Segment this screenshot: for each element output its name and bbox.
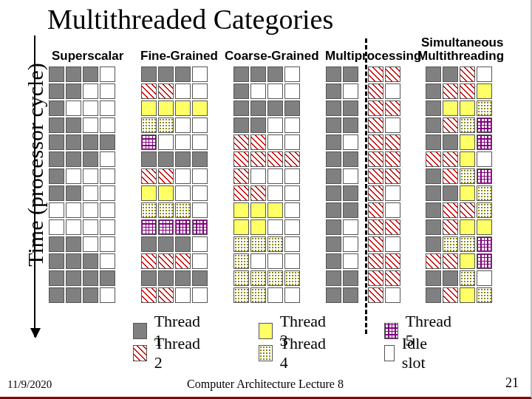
cell [460,185,475,201]
cell [233,134,249,150]
cell [66,185,81,201]
cell [477,117,492,133]
cell [385,236,400,252]
cell [326,287,341,303]
cell [141,151,157,167]
cell [426,100,441,116]
cell [141,168,157,184]
cell [426,134,441,150]
cell [460,236,475,252]
cell [250,83,266,99]
cell [192,168,208,184]
cell [250,117,266,133]
cell [426,117,441,133]
cell [66,66,81,82]
cell [460,117,475,133]
cell [175,287,191,303]
grid-fine [141,66,208,303]
cell [477,185,492,201]
cell [175,185,191,201]
cell [443,202,458,218]
cell [83,151,98,167]
cell [267,185,283,201]
slide: Time (processor cycle) Multithreaded Cat… [0,0,532,399]
cell [343,151,358,167]
cell [477,151,492,167]
cell [158,117,174,133]
cell [343,253,358,269]
cell [83,66,98,82]
cell [368,134,383,150]
cell [443,253,458,269]
cell [175,151,191,167]
cell [141,66,157,82]
legend-thread-4: Thread 4 [259,334,328,372]
cell [368,236,383,252]
cell [100,134,115,150]
cell [192,236,208,252]
cell [368,287,383,303]
cell [49,168,64,184]
cell [426,66,441,82]
cell [175,168,191,184]
cell [83,134,98,150]
cell [284,117,300,133]
cell [460,219,475,235]
cell [284,66,300,82]
cell [141,236,157,252]
cell [158,151,174,167]
col-superscalar: Superscalar [52,49,123,64]
cell [66,253,81,269]
cell [49,83,64,99]
cell [49,202,64,218]
cell [175,100,191,116]
cell [443,100,458,116]
cell [66,151,81,167]
cell [460,168,475,184]
cell [100,202,115,218]
cell [66,83,81,99]
cell [100,117,115,133]
cell [385,83,400,99]
cell [368,168,383,184]
cell [250,253,266,269]
cell [175,117,191,133]
cell [175,219,191,235]
cell [66,236,81,252]
cell [426,253,441,269]
cell [66,134,81,150]
cell [443,117,458,133]
cell [175,134,191,150]
cell [192,100,208,116]
cell [83,287,98,303]
legend-idle: Idle slot [384,334,433,372]
cell [175,66,191,82]
cell [460,134,475,150]
cell [66,100,81,116]
cell [460,253,475,269]
cell [100,253,115,269]
cell [158,134,174,150]
cell [100,270,115,286]
cell [477,236,492,252]
cell [233,83,249,99]
cell [426,202,441,218]
cell [267,287,283,303]
cell [66,287,81,303]
cell [141,185,157,201]
cell [175,202,191,218]
cell [267,83,283,99]
cell [192,219,208,235]
cell [443,134,458,150]
cell [460,66,475,82]
cell [326,100,341,116]
cell [284,83,300,99]
cell [343,236,358,252]
cell [385,117,400,133]
cell [326,134,341,150]
cell [443,168,458,184]
col-smt: Multithreading [417,49,504,64]
cell [141,100,157,116]
cell [83,83,98,99]
cell [100,168,115,184]
